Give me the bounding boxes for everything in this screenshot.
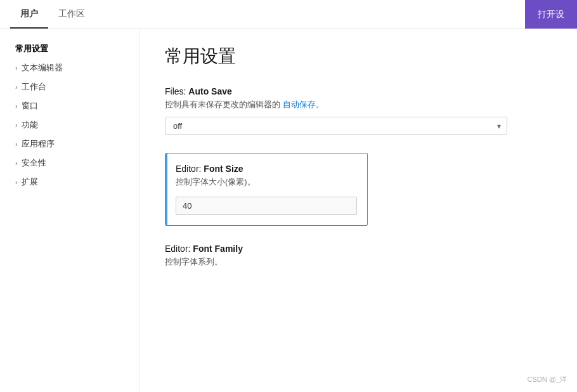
sidebar-item-applications[interactable]: › 应用程序	[0, 134, 139, 154]
chevron-icon-security: ›	[15, 159, 18, 167]
sidebar-item-window-label: 窗口	[22, 100, 38, 112]
setting-auto-save: Files: Auto Save 控制具有未保存更改的编辑器的 自动保存。 of…	[165, 86, 552, 135]
setting-font-size-title-bold: Font Size	[204, 164, 243, 174]
setting-auto-save-desc: 控制具有未保存更改的编辑器的 自动保存。	[165, 99, 552, 110]
sidebar-item-window[interactable]: › 窗口	[0, 96, 139, 115]
sidebar-item-workbench[interactable]: › 工作台	[0, 77, 139, 96]
content-area: 常用设置 Files: Auto Save 控制具有未保存更改的编辑器的 自动保…	[139, 29, 577, 392]
setting-font-size-title-prefix: Editor:	[176, 164, 204, 174]
sidebar-item-general[interactable]: 常用设置	[0, 39, 139, 58]
sidebar-item-features[interactable]: › 功能	[0, 115, 139, 134]
setting-font-family-desc-text: 控制字体系列。	[165, 257, 223, 266]
sidebar: 常用设置 › 文本编辑器 › 工作台 › 窗口 › 功能 › 应用程序 ›	[0, 29, 139, 392]
tab-user[interactable]: 用户	[10, 1, 48, 29]
setting-font-family-desc: 控制字体系列。	[165, 256, 552, 268]
sidebar-item-features-label: 功能	[22, 119, 38, 131]
setting-font-family-title: Editor: Font Family	[165, 244, 552, 254]
sidebar-item-security-label: 安全性	[22, 157, 46, 169]
auto-save-dropdown-wrapper: off afterDelay onFocusChange onWindowCha…	[165, 117, 507, 135]
watermark: CSDN @_洋	[527, 375, 567, 384]
page-title: 常用设置	[165, 44, 552, 69]
sidebar-item-workbench-label: 工作台	[22, 81, 46, 93]
setting-auto-save-desc-text: 控制具有未保存更改的编辑器的	[165, 100, 283, 109]
setting-font-family-title-bold: Font Family	[193, 244, 243, 254]
sidebar-item-general-label: 常用设置	[15, 43, 48, 55]
sidebar-item-security[interactable]: › 安全性	[0, 154, 139, 173]
setting-font-family: Editor: Font Family 控制字体系列。	[165, 244, 552, 268]
setting-auto-save-link[interactable]: 自动保存。	[283, 100, 324, 109]
setting-font-family-title-prefix: Editor:	[165, 244, 193, 254]
sidebar-item-text-editor-label: 文本编辑器	[22, 62, 63, 74]
open-settings-button[interactable]: 打开设	[525, 0, 577, 29]
chevron-icon-text-editor: ›	[15, 64, 18, 72]
sidebar-item-applications-label: 应用程序	[22, 138, 55, 150]
setting-font-size: Editor: Font Size 控制字体大小(像素)。	[165, 153, 368, 226]
chevron-icon-applications: ›	[15, 140, 18, 148]
chevron-icon-features: ›	[15, 121, 18, 129]
setting-font-size-desc: 控制字体大小(像素)。	[176, 176, 357, 188]
main-layout: 常用设置 › 文本编辑器 › 工作台 › 窗口 › 功能 › 应用程序 ›	[0, 29, 577, 392]
setting-font-size-title: Editor: Font Size	[176, 164, 357, 174]
setting-auto-save-title-bold: Auto Save	[188, 86, 231, 96]
chevron-icon-workbench: ›	[15, 83, 18, 91]
sidebar-item-extensions-label: 扩展	[22, 176, 38, 188]
auto-save-dropdown[interactable]: off afterDelay onFocusChange onWindowCha…	[165, 117, 507, 135]
chevron-icon-window: ›	[15, 102, 18, 110]
tab-workspace[interactable]: 工作区	[48, 1, 95, 29]
sidebar-item-extensions[interactable]: › 扩展	[0, 173, 139, 192]
sidebar-item-text-editor[interactable]: › 文本编辑器	[0, 58, 139, 77]
top-nav: 用户 工作区 打开设	[0, 0, 577, 29]
chevron-icon-extensions: ›	[15, 178, 18, 186]
setting-auto-save-title-prefix: Files:	[165, 86, 188, 96]
setting-font-size-desc-text: 控制字体大小(像素)。	[176, 177, 256, 186]
setting-auto-save-title: Files: Auto Save	[165, 86, 552, 96]
font-size-input[interactable]	[176, 197, 357, 215]
